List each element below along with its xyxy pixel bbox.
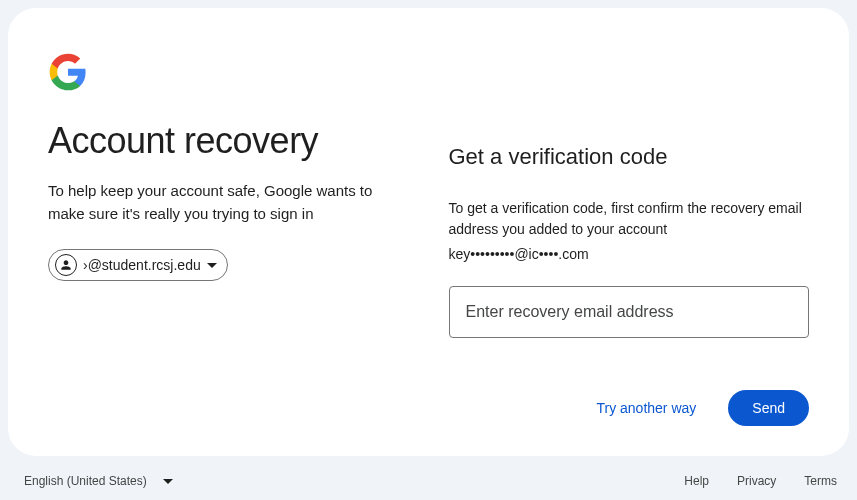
left-column: Account recovery To help keep your accou… (48, 44, 409, 426)
masked-recovery-email: key•••••••••@ic••••.com (449, 246, 810, 262)
language-label: English (United States) (24, 474, 147, 488)
chevron-down-icon (163, 479, 173, 484)
page-title: Account recovery (48, 120, 409, 162)
user-avatar-icon (55, 254, 77, 276)
recovery-card: Account recovery To help keep your accou… (8, 8, 849, 456)
recovery-email-input[interactable] (449, 286, 810, 338)
footer: English (United States) Help Privacy Ter… (0, 464, 857, 498)
terms-link[interactable]: Terms (804, 474, 837, 488)
send-button[interactable]: Send (728, 390, 809, 426)
try-another-way-button[interactable]: Try another way (588, 392, 704, 424)
right-column: Get a verification code To get a verific… (449, 44, 810, 426)
language-selector[interactable]: English (United States) (20, 468, 177, 494)
action-row: Try another way Send (449, 390, 810, 426)
chevron-down-icon (207, 263, 217, 268)
footer-links: Help Privacy Terms (684, 474, 837, 488)
account-chip[interactable]: ›@student.rcsj.edu (48, 249, 228, 281)
help-link[interactable]: Help (684, 474, 709, 488)
google-logo-icon (48, 52, 409, 96)
account-email: ›@student.rcsj.edu (83, 257, 201, 273)
verify-description: To get a verification code, first confir… (449, 198, 810, 240)
verify-heading: Get a verification code (449, 144, 810, 170)
page-subtitle: To help keep your account safe, Google w… (48, 180, 409, 225)
privacy-link[interactable]: Privacy (737, 474, 776, 488)
